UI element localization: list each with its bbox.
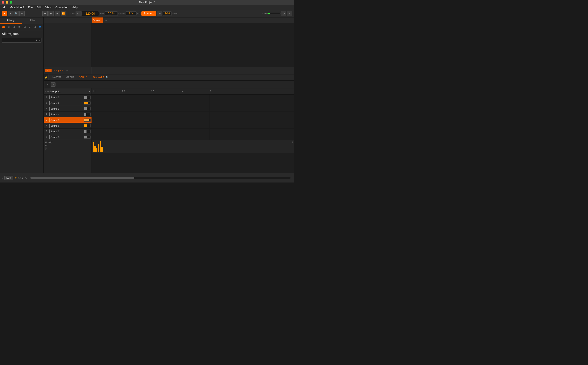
maximize-button[interactable] [10,1,12,4]
group-cell-1[interactable] [92,67,131,74]
seq-cell-8-2[interactable] [131,134,170,140]
sound-search-icon[interactable]: 🔍 [106,76,109,79]
seq-cell-1-2[interactable] [131,95,170,100]
view-menu-item[interactable]: View [44,5,53,9]
sidebar-person-icon[interactable]: 👤 [38,24,42,29]
help-menu-item[interactable]: Help [70,5,79,9]
vel-add-icon[interactable]: + [292,141,293,143]
minimize-button[interactable] [6,1,8,4]
sound-row-5[interactable]: 5 Sound 5 [44,117,92,123]
window-controls[interactable] [2,1,12,4]
seq-cell-6-1[interactable] [92,123,131,129]
close-button[interactable] [2,1,4,4]
group-add-button[interactable]: + [64,67,70,74]
sidebar-sliders-icon[interactable]: ⚙ [27,24,32,29]
sidebar-grid-sm-icon[interactable]: ⊞ [33,24,37,29]
group-move-icon[interactable]: ⊞ [47,90,49,92]
files-tab[interactable]: Files [22,17,44,24]
plugin-add-button[interactable]: + [51,82,56,87]
search-star-icon[interactable]: ★ [35,39,37,42]
group-mute-icon[interactable]: ♪ [45,90,46,92]
seq-cell-6-2[interactable] [131,123,170,129]
seq-cell-4-1[interactable] [92,112,131,117]
seq-cell-7-3[interactable] [170,129,210,134]
seq-cell-1-1[interactable] [92,95,131,100]
sidebar-grid9-icon[interactable]: ⊟ [12,24,16,29]
edit-button[interactable]: EDIT [4,176,13,180]
seq-cell-2-4[interactable] [210,100,249,106]
scene-display[interactable]: Scene 1 [141,11,156,16]
seq-cell-3-3[interactable] [170,106,210,112]
group-tab[interactable]: GROUP [64,76,77,79]
master-tab[interactable]: MASTER [50,76,64,79]
settings-button[interactable]: ≡ [287,11,292,16]
seq-cell-2-1[interactable] [92,100,131,106]
seq-cell-1-4[interactable] [210,95,249,100]
sidebar-circle-icon[interactable]: ⬤ [1,24,6,29]
seq-cell-3-1[interactable] [92,106,131,112]
seq-cell-3-2[interactable] [131,106,170,112]
sound-row-4[interactable]: 4 Sound 4 [44,112,92,117]
file-menu-item[interactable]: File [26,5,34,9]
seq-cell-5-3[interactable] [170,117,210,123]
seq-cell-7-2[interactable] [131,129,170,134]
main-layout: Library Files ⬤ ⊞ ⊟ ≡ FX ⚙ ⊞ 👤 All Proje… [0,17,294,173]
seq-cell-7-1[interactable] [92,129,131,134]
sidebar-grid4-icon[interactable]: ⊞ [7,24,11,29]
quantize-display[interactable]: 1/16 [163,11,172,16]
sound-row-3[interactable]: 3 Sound 3 [44,106,92,112]
seq-cell-5-2[interactable] [131,117,170,123]
sound-row-1[interactable]: 1 Sound 1 [44,95,92,100]
seq-cell-5-1[interactable] [92,117,131,123]
sound-row-6[interactable]: 6 Sound 6 [44,123,92,129]
record-button[interactable]: ● [2,11,7,16]
sidebar-fx-icon[interactable]: FX [22,24,27,29]
seq-cell-2-3[interactable] [170,100,210,106]
scene-cell-1[interactable]: Scene 1 [92,17,103,23]
seq-cell-8-4[interactable] [210,134,249,140]
library-tab[interactable]: Library [0,17,22,24]
seq-cell-5-4[interactable] [210,117,249,123]
sound-row-2[interactable]: 2 Sound 2 [44,100,92,106]
seq-cell-4-3[interactable] [170,112,210,117]
seq-cell-6-4[interactable] [210,123,249,129]
link-button[interactable]: ⋯ [76,11,81,16]
search-clear-icon[interactable]: ✕ [39,39,40,42]
play-button[interactable]: ▶ [49,11,54,16]
scrollbar[interactable] [30,177,290,179]
swing-display[interactable]: 0.0 % [105,11,118,16]
group-name-label[interactable]: A1 [45,69,51,72]
edit-pencil-icon[interactable]: ✎ [25,176,27,179]
seq-cell-6-3[interactable] [170,123,210,129]
seq-cell-1-3[interactable] [170,95,210,100]
seq-cell-4-4[interactable] [210,112,249,117]
sound-row-7[interactable]: 7 Sound 7 [44,129,92,134]
group-chevron-icon[interactable]: ▾ [89,90,90,93]
rewind-button[interactable]: ⏮ [42,11,48,16]
seq-cell-3-4[interactable] [210,106,249,112]
record-arm-button[interactable]: ⏺ [55,11,60,16]
controller-menu-item[interactable]: Controller [54,5,70,9]
time-sig-display[interactable]: 4 / 4 [126,11,136,16]
search-button[interactable]: 🔍 [14,11,19,16]
dropdown-button[interactable]: ▾ [8,11,13,16]
info-icon[interactable]: ℹ [2,177,3,179]
apple-menu-item[interactable]: ⌘ [1,5,7,9]
bpm-display[interactable]: 120.00 [81,11,99,16]
scene-add-button[interactable]: + [103,17,109,23]
seq-cell-7-4[interactable] [210,129,249,134]
sound-tab[interactable]: SOUND [77,76,89,79]
maschine-menu-item[interactable]: Maschine 2 [8,5,26,9]
sound-row-8[interactable]: 8 Sound 8 [44,134,92,140]
seq-cell-2-2[interactable] [131,100,170,106]
scrollbar-thumb[interactable] [30,177,134,179]
sidebar-bars-icon[interactable]: ≡ [17,24,21,29]
seq-cell-8-3[interactable] [170,134,210,140]
loop-button[interactable]: 🔁 [61,11,66,16]
edit-menu-item[interactable]: Edit [35,5,43,9]
scene-options-button[interactable]: ⊞ [157,11,162,16]
seq-cell-8-1[interactable] [92,134,131,140]
seq-cell-4-2[interactable] [131,112,170,117]
power-button[interactable]: ⏻ [281,11,286,16]
mixer-button[interactable]: ⊞ [20,11,25,16]
